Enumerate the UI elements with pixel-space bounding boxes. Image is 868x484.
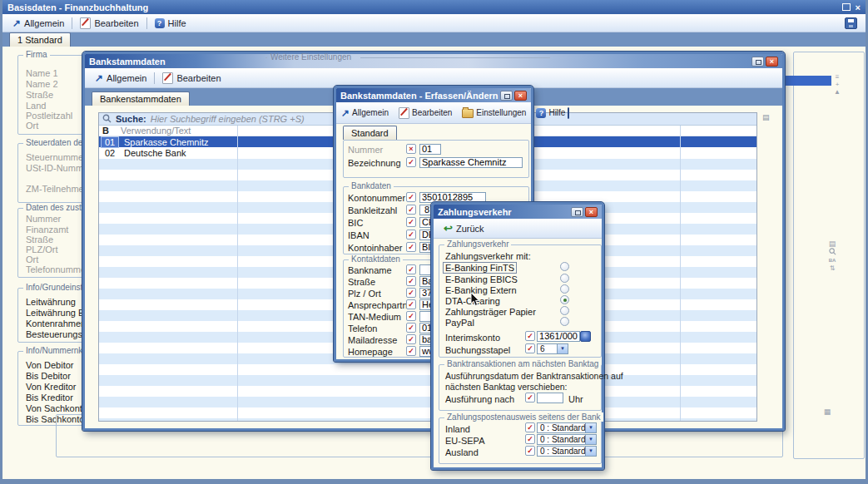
radio-paypal[interactable] (560, 317, 569, 326)
payment-restore-button[interactable] (571, 207, 583, 217)
column-divider (680, 126, 681, 421)
ba-icon[interactable]: BA (826, 257, 838, 264)
ausfuehrung-input[interactable] (537, 393, 563, 403)
menu-allgemein[interactable]: ↗ Allgemein (7, 17, 69, 30)
option-paypal[interactable]: PayPal (445, 318, 474, 328)
interimskonto-input[interactable]: 1361/000 (537, 331, 580, 342)
mailadresse-checkbox[interactable]: ✓ (406, 334, 416, 344)
edit-restore-button[interactable] (500, 91, 513, 101)
ausland-dropdown[interactable]: 0 : Standard ▼ (537, 446, 597, 457)
radio-ebanking-extern[interactable] (560, 284, 569, 294)
bank-menu-allgemein[interactable]: ↗ Allgemein (90, 72, 151, 85)
dropdown-arrow-icon[interactable]: ▼ (585, 435, 596, 444)
up-icon[interactable]: ▲ (831, 88, 843, 96)
field-label: Telefonnummer (26, 264, 89, 274)
plus-icon[interactable]: + (831, 81, 843, 88)
inland-checkbox[interactable]: ✓ (525, 422, 535, 432)
search-placeholder: Hier Suchbegriff eingeben (STRG +S) (151, 114, 305, 124)
buchungsstapel-dropdown[interactable]: 6 ▼ (537, 343, 568, 354)
telefon-checkbox[interactable]: ✓ (406, 323, 416, 333)
magnifier-icon[interactable] (826, 248, 838, 257)
interimskonto-checkbox[interactable]: ✓ (525, 331, 535, 341)
inland-dropdown[interactable]: 0 : Standard ▼ (537, 422, 597, 433)
background-grid-button[interactable]: ▦ (821, 408, 833, 416)
sort-icon[interactable]: ⇅ (826, 264, 838, 272)
radio-dta-clearing-selected[interactable] (560, 295, 569, 304)
background-spinner-icons[interactable]: ≡ + ▲ (831, 73, 843, 96)
tanmedium-checkbox[interactable]: ✓ (406, 311, 416, 321)
edit-menu-bearbeiten-label: Bearbeiten (412, 108, 452, 117)
payment-window: Zahlungsverkehr × ↩ Zurück Zahlungsverke… (431, 202, 604, 470)
option-ebanking-fints[interactable]: E-Banking FinTS (443, 262, 517, 274)
grid-icon[interactable]: ▦ (821, 408, 833, 416)
tab-1-standard[interactable]: 1 Standard (9, 32, 71, 47)
ansprechpartner-checkbox[interactable]: ✓ (406, 299, 416, 309)
edit-menu-allgemein[interactable]: ↗ Allgemein (339, 107, 391, 118)
plzort-checkbox[interactable]: ✓ (406, 288, 416, 298)
dropdown-arrow-icon[interactable]: ▼ (585, 423, 596, 432)
interimskonto-spinner[interactable] (580, 331, 591, 342)
eu-sepa-dropdown[interactable]: 0 : Standard ▼ (537, 434, 597, 445)
column-options-icon[interactable]: ▤ (762, 114, 770, 121)
edit-close-button[interactable]: × (514, 91, 527, 101)
field-label: Homepage (348, 347, 393, 357)
tab-standard[interactable]: Standard (343, 126, 397, 140)
strasse-checkbox[interactable]: ✓ (406, 276, 416, 286)
dropdown-arrow-icon[interactable]: ▼ (557, 344, 568, 353)
kontonummer-checkbox[interactable]: ✓ (406, 192, 416, 202)
bankleitzahl-checkbox[interactable]: ✓ (406, 205, 416, 215)
bic-checkbox[interactable]: ✓ (406, 217, 416, 227)
menu-hilfe[interactable]: ? Hilfe (150, 17, 191, 30)
edit-menu-bearbeiten[interactable]: Bearbeiten (396, 106, 454, 120)
payment-close-button[interactable]: × (585, 207, 598, 217)
main-restore-button[interactable] (842, 3, 851, 11)
nummer-input[interactable]: 01 (419, 144, 441, 155)
save-icon[interactable] (845, 17, 857, 29)
bezeichnung-checkbox[interactable]: ✓ (406, 157, 416, 167)
edit-menu-einstellungen[interactable]: Einstellungen (459, 106, 528, 119)
nummer-lock-checkbox[interactable]: × (406, 144, 416, 154)
ausfuehrung-checkbox[interactable]: ✓ (525, 393, 535, 403)
column-header-text[interactable]: Verwendung/Text (121, 126, 191, 136)
field-label: Mailadresse (348, 335, 397, 345)
background-side-toolbar[interactable]: ▤ BA ⇅ (826, 240, 838, 272)
field-label: Ort (26, 254, 38, 264)
bezeichnung-input[interactable]: Sparkasse Chemnitz (419, 157, 523, 168)
banktransaktionen-text-line2: nächsten Banktag verschieben: (445, 382, 568, 392)
radio-zahlungstraeger-papier[interactable] (560, 306, 569, 315)
ausland-checkbox[interactable]: ✓ (525, 446, 535, 456)
eu-sepa-checkbox[interactable]: ✓ (525, 434, 535, 444)
radio-ebanking-ebics[interactable] (560, 274, 569, 283)
rows-icon[interactable]: ≡ (831, 73, 843, 81)
allgemein-arrow-icon: ↗ (95, 74, 103, 82)
bank-close-button[interactable]: × (766, 57, 778, 67)
grid-icon[interactable]: ▤ (826, 240, 838, 248)
tab-bankenstammdaten[interactable]: Bankenstammdaten (92, 91, 190, 106)
iban-checkbox[interactable]: ✓ (406, 230, 416, 240)
edit-menu-einstellungen-label: Einstellungen (476, 108, 526, 117)
help-icon: ? (155, 18, 165, 28)
edit-menu-hilfe[interactable]: ? Hilfe (533, 107, 568, 119)
field-label: Kontoinhaber (348, 243, 402, 253)
option-ebanking-ebics[interactable]: E-Banking EBICS (445, 274, 518, 284)
homepage-checkbox[interactable]: ✓ (406, 346, 416, 356)
buchungsstapel-checkbox[interactable]: ✓ (525, 343, 535, 353)
row-id: 01 (102, 137, 118, 147)
radio-ebanking-fints[interactable] (560, 262, 569, 271)
row-id: 02 (102, 148, 118, 158)
eu-sepa-label: EU-SEPA (445, 436, 484, 446)
bank-restore-button[interactable] (751, 57, 764, 67)
menu-bearbeiten[interactable]: Bearbeiten (75, 16, 143, 31)
mouse-cursor (470, 293, 481, 311)
bankname-checkbox[interactable]: ✓ (406, 264, 416, 274)
option-zahlungstraeger-papier[interactable]: Zahlungsträger Papier (445, 307, 536, 317)
kontoinhaber-checkbox[interactable]: ✓ (406, 242, 416, 252)
back-button[interactable]: ↩ Zurück (439, 222, 489, 235)
group-border-fragment (360, 57, 550, 58)
bank-menu-bearbeiten[interactable]: Bearbeiten (157, 71, 226, 86)
field-label: Postleitzahl (26, 111, 72, 121)
column-header-b[interactable]: B (99, 126, 121, 136)
main-close-button[interactable]: × (856, 3, 861, 12)
field-label: Bis Debitor (26, 371, 71, 381)
dropdown-arrow-icon[interactable]: ▼ (585, 447, 596, 456)
